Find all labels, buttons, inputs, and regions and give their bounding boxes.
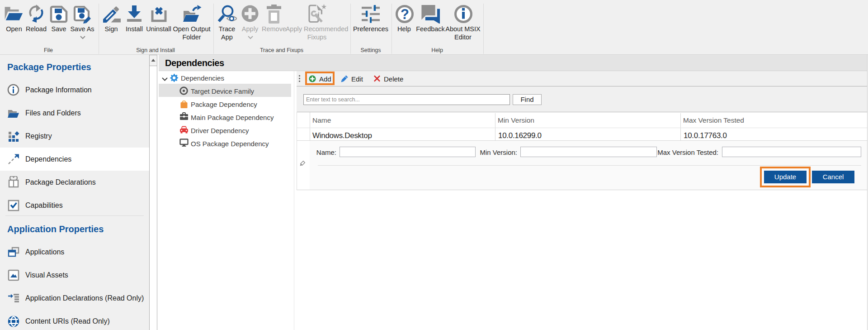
svg-text:?: ? xyxy=(401,6,409,22)
